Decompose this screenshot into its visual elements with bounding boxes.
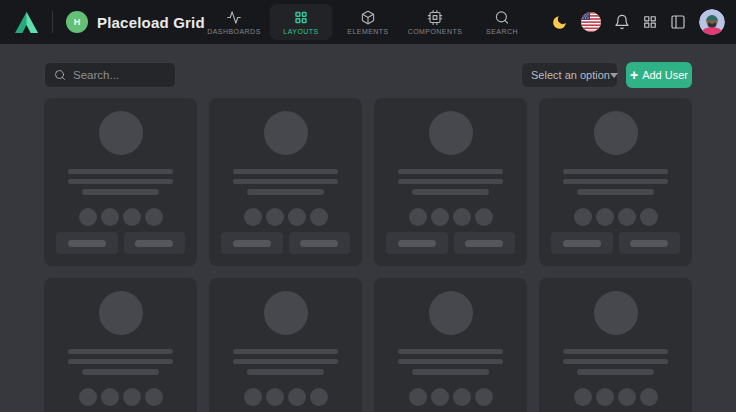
placeholder-button — [386, 232, 448, 254]
nav-item-layouts[interactable]: LAYOUTS — [270, 4, 333, 40]
us-flag-icon — [581, 12, 601, 32]
dark-mode-toggle[interactable] — [551, 14, 568, 31]
user-avatar-image — [699, 9, 725, 35]
placeholder-line — [563, 169, 667, 174]
placeholder-avatar — [99, 291, 143, 335]
nav-item-components[interactable]: COMPONENTS — [404, 4, 467, 40]
user-avatar[interactable] — [699, 9, 725, 35]
page-title: Placeload Grid — [97, 14, 205, 31]
filter-select[interactable]: Select an option — [521, 62, 618, 88]
placeholder-dot — [618, 388, 636, 406]
placeholder-dot — [79, 388, 97, 406]
placeholder-line — [563, 359, 667, 364]
placeholder-line — [563, 179, 667, 184]
placeholder-dots — [409, 388, 493, 406]
placeholder-line — [233, 349, 337, 354]
sidebar-toggle-button[interactable] — [670, 14, 686, 30]
placeholder-dot — [244, 388, 262, 406]
placeholder-dot — [640, 388, 658, 406]
placeholder-buttons — [56, 232, 185, 254]
placeholder-dots — [574, 388, 658, 406]
placeholder-dot — [475, 388, 493, 406]
notifications-button[interactable] — [614, 14, 630, 30]
add-user-label: Add User — [642, 69, 688, 81]
placeholder-buttons — [551, 232, 680, 254]
placeholder-button — [551, 232, 613, 254]
placeholder-dot — [123, 388, 141, 406]
grid-icon — [294, 10, 309, 25]
placeholder-dot — [431, 388, 449, 406]
placeholder-dot — [266, 388, 284, 406]
placeholder-dot — [618, 208, 636, 226]
placeholder-line — [68, 359, 172, 364]
search-input[interactable] — [73, 69, 166, 81]
placeholder-line — [563, 349, 667, 354]
placeholder-dot — [574, 208, 592, 226]
language-flag-button[interactable] — [581, 12, 601, 32]
placeholder-line — [412, 189, 489, 195]
app-logo-icon[interactable] — [14, 11, 39, 34]
placeholder-line — [68, 169, 172, 174]
placeholder-dot — [244, 208, 262, 226]
chevron-down-icon — [610, 73, 618, 78]
main-nav: DASHBOARDS LAYOUTS ELEMENTS COMPONENTS S… — [203, 0, 534, 44]
bell-icon — [614, 14, 630, 30]
nav-item-elements[interactable]: ELEMENTS — [337, 4, 400, 40]
navbar: H Placeload Grid DASHBOARDS LAYOUTS ELEM… — [0, 0, 736, 44]
placeholder-avatar — [594, 291, 638, 335]
placeholder-dot — [596, 388, 614, 406]
placeholder-line — [247, 369, 324, 375]
brand-avatar: H — [66, 11, 88, 33]
placeholder-line — [398, 169, 502, 174]
placeholder-card — [374, 278, 527, 412]
placeholder-dot — [453, 208, 471, 226]
placeholder-dot — [310, 208, 328, 226]
placeholder-button — [221, 232, 283, 254]
cpu-icon — [428, 10, 443, 25]
placeholder-line — [577, 369, 654, 375]
placeholder-dots — [244, 208, 328, 226]
search-box — [44, 62, 176, 88]
placeholder-dot — [79, 208, 97, 226]
placeholder-button-bar — [300, 240, 338, 247]
placeholder-dots — [244, 388, 328, 406]
placeholder-line — [398, 179, 502, 184]
nav-label: SEARCH — [486, 28, 518, 35]
placeholder-card — [539, 98, 692, 266]
placeholder-card — [209, 278, 362, 412]
placeholder-dot — [145, 208, 163, 226]
placeholder-button — [289, 232, 351, 254]
placeholder-line — [412, 369, 489, 375]
activity-icon — [227, 10, 242, 25]
plus-icon: + — [630, 68, 638, 82]
placeholder-button-bar — [135, 240, 173, 247]
placeholder-dot — [288, 388, 306, 406]
placeholder-button — [454, 232, 516, 254]
nav-item-search[interactable]: SEARCH — [471, 4, 534, 40]
placeholder-dot — [409, 388, 427, 406]
placeholder-avatar — [264, 291, 308, 335]
search-icon — [495, 10, 510, 25]
placeholder-line — [233, 359, 337, 364]
placeholder-dot — [310, 388, 328, 406]
placeholder-avatar — [264, 111, 308, 155]
apps-menu-button[interactable] — [643, 15, 657, 29]
placeholder-line — [68, 179, 172, 184]
placeholder-dot — [431, 208, 449, 226]
search-icon — [54, 69, 66, 81]
placeholder-line — [68, 349, 172, 354]
placeholder-line — [398, 349, 502, 354]
panel-toggle-icon — [670, 14, 686, 30]
placeholder-card — [209, 98, 362, 266]
placeholder-dot — [574, 388, 592, 406]
content-area: Select an option + Add User — [0, 44, 736, 412]
placeholder-dot — [266, 208, 284, 226]
nav-item-dashboards[interactable]: DASHBOARDS — [203, 4, 266, 40]
add-user-button[interactable]: + Add User — [626, 62, 692, 88]
placeholder-button — [124, 232, 186, 254]
placeholder-button-bar — [630, 240, 668, 247]
placeholder-card — [44, 278, 197, 412]
placeholder-dots — [79, 208, 163, 226]
navbar-right — [551, 9, 725, 35]
select-value: Select an option — [531, 69, 610, 81]
